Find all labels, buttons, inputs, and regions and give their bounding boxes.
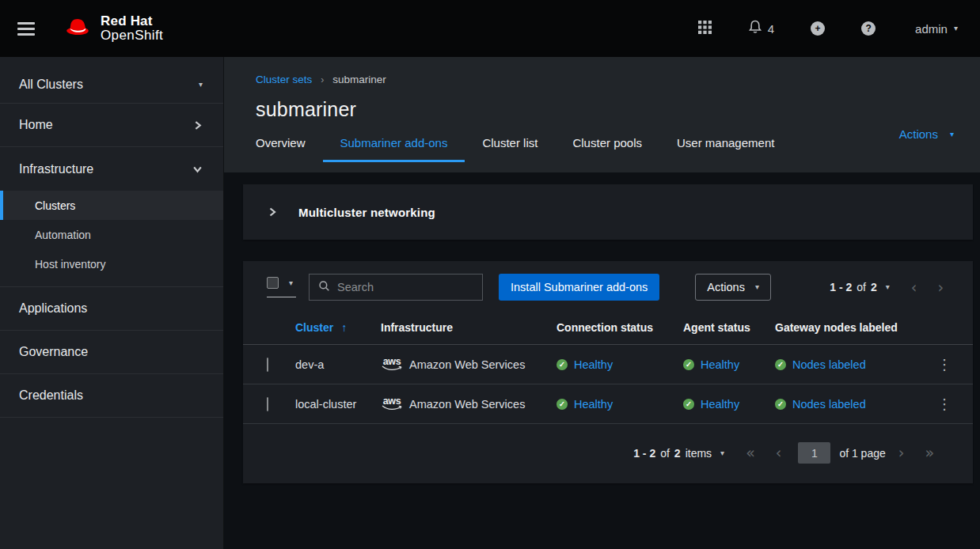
sidebar-item-governance[interactable]: Governance bbox=[0, 331, 223, 374]
cluster-scope-selector[interactable]: All Clusters ▾ bbox=[0, 66, 223, 104]
chevron-down-icon bbox=[192, 164, 203, 174]
help-button[interactable]: ? bbox=[857, 17, 880, 40]
page-title: submariner bbox=[256, 98, 980, 121]
sidebar-item-label: Home bbox=[19, 118, 53, 132]
sidebar-item-label: Governance bbox=[19, 345, 88, 359]
chevron-down-icon: ▾ bbox=[954, 25, 958, 32]
pagination-range: 1 - 2 bbox=[633, 447, 655, 460]
sidebar-item-host-inventory[interactable]: Host inventory bbox=[0, 249, 223, 278]
sidebar-item-label: Credentials bbox=[19, 388, 83, 403]
page-actions-label: Actions bbox=[899, 127, 938, 141]
sort-ascending-icon: ↑ bbox=[341, 321, 347, 334]
row-kebab-menu-icon[interactable]: ⋮ bbox=[922, 384, 973, 424]
table-actions-dropdown[interactable]: Actions ▾ bbox=[695, 274, 771, 301]
column-label: Cluster bbox=[295, 321, 333, 334]
caret-down-icon: ▾ bbox=[755, 283, 759, 291]
multicluster-networking-expandable[interactable]: Multicluster networking bbox=[243, 184, 973, 240]
notifications-button[interactable]: 4 bbox=[743, 15, 779, 42]
sidebar-item-home[interactable]: Home bbox=[0, 104, 223, 147]
column-label: Infrastructure bbox=[381, 321, 453, 334]
tab-submariner-add-ons[interactable]: Submariner add-ons bbox=[323, 136, 465, 162]
tab-bar: Overview Submariner add-ons Cluster list… bbox=[256, 136, 980, 162]
page-actions-dropdown[interactable]: Actions ▾ bbox=[899, 127, 954, 141]
infrastructure-provider: Amazon Web Services bbox=[409, 358, 525, 371]
agent-status-link[interactable]: Healthy bbox=[701, 398, 739, 411]
column-header-gateway-nodes: Gateway nodes labeled bbox=[775, 310, 922, 345]
install-submariner-addons-button[interactable]: Install Submariner add-ons bbox=[499, 274, 659, 301]
table-row: dev-a aws Amazon Web Services bbox=[243, 345, 973, 384]
next-page-icon[interactable]: › bbox=[888, 445, 915, 460]
last-page-icon[interactable]: » bbox=[914, 445, 944, 460]
previous-page-icon[interactable]: ‹ bbox=[765, 445, 792, 460]
nav-toggle-hamburger-icon[interactable] bbox=[14, 19, 38, 39]
tab-cluster-pools[interactable]: Cluster pools bbox=[555, 136, 659, 162]
aws-logo-icon: aws bbox=[381, 358, 403, 371]
pagination-items-label: items bbox=[686, 447, 712, 460]
column-header-infrastructure: Infrastructure bbox=[381, 310, 556, 345]
sidebar-nav: All Clusters ▾ Home Infrastructure Clust… bbox=[0, 57, 224, 549]
current-page-input[interactable] bbox=[798, 442, 830, 464]
logo-brand-text: Red Hat bbox=[101, 14, 163, 28]
next-page-icon[interactable]: › bbox=[927, 280, 954, 295]
first-page-icon[interactable]: « bbox=[735, 445, 765, 460]
healthy-check-icon: ✓ bbox=[556, 359, 568, 370]
gateway-nodes-link[interactable]: Nodes labeled bbox=[792, 398, 866, 411]
tab-label: Submariner add-ons bbox=[340, 136, 448, 150]
select-all-checkbox[interactable] bbox=[267, 277, 279, 289]
tab-label: Overview bbox=[256, 136, 306, 150]
user-menu-dropdown[interactable]: admin ▾ bbox=[915, 22, 958, 36]
sidebar-item-automation[interactable]: Automation bbox=[0, 220, 223, 249]
sidebar-item-label: Host inventory bbox=[35, 258, 105, 271]
question-circle-icon: ? bbox=[861, 21, 876, 36]
sidebar-item-credentials[interactable]: Credentials bbox=[0, 374, 223, 418]
tab-user-management[interactable]: User management bbox=[659, 136, 792, 162]
chevron-right-icon bbox=[268, 206, 277, 218]
column-header-cluster-sortable[interactable]: Cluster↑ bbox=[295, 310, 381, 345]
infrastructure-provider: Amazon Web Services bbox=[409, 398, 525, 411]
tab-cluster-list[interactable]: Cluster list bbox=[465, 136, 555, 162]
search-input[interactable] bbox=[337, 281, 485, 293]
column-header-agent-status: Agent status bbox=[683, 310, 775, 345]
logo-product-text: OpenShift bbox=[101, 28, 163, 43]
row-checkbox[interactable] bbox=[267, 397, 268, 411]
page-header: Cluster sets › submariner submariner Act… bbox=[224, 57, 980, 172]
app-launcher-button[interactable] bbox=[693, 16, 716, 42]
caret-down-icon[interactable]: ▾ bbox=[720, 449, 724, 457]
healthy-check-icon: ✓ bbox=[775, 359, 786, 370]
sidebar-item-label: Infrastructure bbox=[19, 162, 93, 176]
connection-status-link[interactable]: Healthy bbox=[574, 398, 613, 411]
submariner-addons-table: Cluster↑ Infrastructure Connection statu… bbox=[243, 310, 973, 424]
breadcrumb-separator-icon: › bbox=[321, 74, 324, 85]
agent-status-link[interactable]: Healthy bbox=[701, 358, 739, 371]
row-kebab-menu-icon[interactable]: ⋮ bbox=[922, 345, 973, 384]
aws-logo-icon: aws bbox=[381, 397, 403, 411]
gateway-nodes-link[interactable]: Nodes labeled bbox=[792, 358, 866, 371]
bulk-select-dropdown[interactable]: ▾ bbox=[267, 277, 296, 297]
pagination-of-label: of bbox=[857, 281, 866, 293]
caret-down-icon: ▾ bbox=[199, 81, 203, 89]
breadcrumb-cluster-sets-link[interactable]: Cluster sets bbox=[256, 74, 312, 85]
caret-down-icon[interactable]: ▾ bbox=[886, 283, 890, 291]
masthead: Red Hat OpenShift 4 bbox=[0, 0, 980, 57]
pagination-range: 1 - 2 bbox=[830, 281, 852, 293]
sidebar-item-clusters[interactable]: Clusters bbox=[0, 191, 223, 220]
table-actions-label: Actions bbox=[707, 281, 745, 293]
create-resource-button[interactable]: + bbox=[806, 17, 830, 40]
previous-page-icon[interactable]: ‹ bbox=[901, 280, 928, 295]
cluster-name: local-cluster bbox=[295, 398, 356, 411]
pagination-of-label: of bbox=[660, 447, 670, 460]
row-checkbox[interactable] bbox=[267, 358, 268, 372]
submariner-addons-card: ▾ Install Submariner add-ons Actions ▾ bbox=[243, 261, 973, 483]
connection-status-link[interactable]: Healthy bbox=[574, 358, 613, 371]
cluster-scope-label: All Clusters bbox=[19, 78, 83, 92]
sidebar-item-label: Applications bbox=[19, 301, 87, 316]
red-hat-fedora-icon bbox=[62, 15, 93, 43]
sidebar-item-applications[interactable]: Applications bbox=[0, 287, 223, 331]
search-field bbox=[309, 274, 483, 301]
sidebar-item-infrastructure[interactable]: Infrastructure bbox=[0, 147, 223, 191]
notification-count: 4 bbox=[768, 22, 774, 36]
tab-overview[interactable]: Overview bbox=[256, 136, 323, 162]
chevron-right-icon bbox=[192, 120, 203, 131]
page-of-label: of 1 page bbox=[839, 447, 885, 460]
breadcrumb: Cluster sets › submariner bbox=[256, 74, 980, 85]
